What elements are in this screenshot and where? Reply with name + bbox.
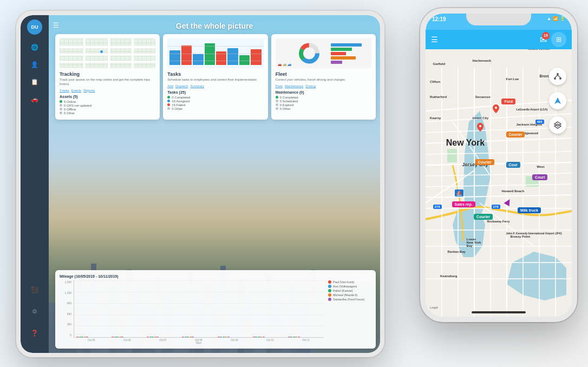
map-place-west: West [537, 165, 544, 168]
map-place-secaucus: Secaucus [475, 95, 491, 99]
mileage-chart: Mileage (10/05/2019 - 10/11/2019) 1,500 … [55, 270, 376, 349]
fleet-link-fleet[interactable]: Fleet [276, 84, 283, 88]
tasks-stat-other: 0 Other [167, 107, 263, 110]
phone-inner: Fair Lawn Yonkers Glen Rock Paramus Moun… [426, 14, 572, 317]
tag-courier-2: Courier [475, 159, 494, 165]
tracking-card-links: Tracks Events Reports [60, 89, 155, 92]
sidebar-icon-tasks[interactable]: 📋 [29, 76, 41, 88]
map-place-lga: LaGuardia Airport (LGA) [516, 108, 547, 111]
boat-icon: ⛵ [455, 189, 463, 196]
sidebar-icon-vehicle[interactable]: 🚗 [29, 93, 41, 105]
map-place-raritan: Raritan Bay [448, 250, 466, 253]
badge-count: 19 [542, 32, 550, 40]
tracking-card-desc: Track your assets on the map online and … [60, 78, 155, 87]
fleet-link-maintenance[interactable]: Maintenance [285, 84, 303, 88]
map-pin-2 [477, 123, 484, 134]
chart-content: 1,500 1,200 900 600 300 0 [60, 280, 371, 344]
map-place-hackensack: Hackensack [472, 59, 491, 62]
map-place-howardbeach: Howard Beach [501, 189, 524, 193]
chart-title: Mileage (10/05/2019 - 10/11/2019) [60, 274, 371, 278]
tracking-link-reports[interactable]: Reports [83, 89, 95, 92]
phone-notch [466, 14, 531, 25]
map-place-breezypoint: Breezy Point [511, 235, 530, 238]
tasks-link-summary[interactable]: Summary [190, 84, 204, 88]
map-control-network[interactable] [549, 68, 566, 85]
tasks-stat-failed: 15 Failed [167, 103, 263, 107]
map-place-clifton: Clifton [430, 80, 440, 83]
tracking-link-events[interactable]: Events [71, 89, 81, 92]
tasks-stat-assigned: 10 Assigned [167, 100, 263, 103]
phone-device: Fair Lawn Yonkers Glen Rock Paramus Moun… [420, 8, 577, 322]
tag-ford: Ford [501, 99, 515, 104]
map-place-garfield: Garfield [433, 62, 446, 65]
map-control-navigate[interactable] [549, 92, 566, 109]
phone-nav-right: ✉ 19 ⊞ [540, 32, 566, 47]
map-place-lowernybay: LowerNew YorkBay [467, 238, 481, 247]
battery-icon: 🔋 [560, 16, 565, 21]
map-nodes-btn[interactable]: ⊞ [551, 32, 566, 47]
map-place-rockaway: Rockaway Ferry [487, 220, 509, 223]
tablet-background: Get the whole picture ☰ [49, 15, 380, 353]
tracking-card-title: Tracking [60, 71, 155, 77]
tasks-card-title: Tasks [167, 71, 263, 77]
tasks-link-add[interactable]: Add [167, 84, 173, 88]
tracking-link-tracks[interactable]: Tracks [60, 89, 69, 92]
hamburger-menu[interactable]: ☰ [431, 35, 438, 44]
legend-rahul: Rahul (Kamaz) [328, 289, 371, 292]
sidebar-icon-user[interactable]: 👤 [29, 58, 41, 70]
highway-278-left: 278 [433, 205, 442, 209]
svg-line-41 [558, 75, 560, 77]
tasks-link-dispatch[interactable]: Dispatch [175, 84, 188, 88]
sidebar-icon-layers[interactable]: ⬛ [29, 284, 41, 296]
map-place-newyork: New York [446, 138, 485, 148]
tag-courier-1: Courier [506, 132, 525, 137]
tablet-header: Get the whole picture [49, 22, 380, 30]
sidebar-icon-help[interactable]: ❓ [29, 327, 41, 339]
phone-home-bar [472, 311, 526, 313]
sidebar-icon-globe[interactable]: 🌐 [29, 41, 41, 53]
tablet-menu-icon[interactable]: ☰ [53, 22, 59, 29]
user-avatar[interactable]: DU [27, 19, 42, 35]
tracking-stat-other: 0 Other [60, 112, 155, 115]
map-legal: Legal [430, 306, 438, 309]
legend-samantha: Samantha (Ford Focus) [328, 298, 371, 301]
map-control-layers[interactable] [549, 116, 566, 134]
tracking-stat-offline: 0 Offline [60, 108, 155, 111]
svg-line-40 [555, 75, 558, 77]
svg-point-38 [554, 77, 556, 80]
chart-legend: Paul (Van truck) Ann (Volkswagen) Rahul … [328, 280, 371, 344]
status-icons: ▲ 📶 🔋 [547, 16, 565, 21]
svg-rect-9 [447, 149, 457, 162]
wifi-icon: 📶 [553, 16, 558, 21]
svg-point-36 [479, 125, 481, 127]
status-time: 12:19 [432, 16, 446, 22]
notification-badge[interactable]: ✉ 19 [540, 35, 547, 45]
fleet-preview: 🚗🚕🚙 [276, 38, 371, 68]
fleet-section-title: Maintenance (0) [276, 90, 371, 94]
legend-michael: Michael (Mazda 6) [328, 293, 371, 297]
svg-point-37 [557, 73, 559, 75]
fleet-link-driving[interactable]: Driving [305, 84, 316, 88]
fleet-card: 🚗🚕🚙 Fleet Control your vehicles, harsh d… [271, 34, 376, 120]
highway-278-right: 278 [492, 205, 500, 209]
tasks-card: Tasks Schedule tasks to employees and co… [163, 34, 267, 120]
sidebar-icon-settings[interactable]: ⚙ [29, 305, 41, 317]
fleet-stat-expired: 0 Expired [276, 103, 371, 107]
tag-salesrep: Sales rep. [452, 201, 475, 207]
tracking-assets-title: Assets (5) [60, 95, 155, 99]
svg-point-39 [559, 77, 561, 80]
map-place-rutherford: Rutherford [430, 95, 447, 99]
chart-bars-area: 1,500 1,200 900 600 300 0 [60, 280, 324, 344]
tracking-stat-online: 5 Online [60, 100, 155, 103]
map-place-unioncity: Union City [472, 116, 488, 120]
tag-courier-3: Courier [474, 214, 493, 220]
tasks-stat-completed: 0 Completed [167, 96, 263, 99]
cards-row: Tracking Track your assets on the map on… [55, 34, 376, 120]
tablet-main-content: Get the whole picture ☰ [49, 15, 380, 353]
tasks-preview [167, 38, 263, 68]
tasks-section-title: Tasks (25) [167, 90, 263, 94]
phone-nav-bar: ☰ ✉ 19 ⊞ [426, 30, 572, 49]
svg-marker-42 [554, 97, 561, 104]
tag-cour: Cour [506, 162, 520, 168]
fleet-card-links: Fleet Maintenance Driving [276, 84, 371, 88]
